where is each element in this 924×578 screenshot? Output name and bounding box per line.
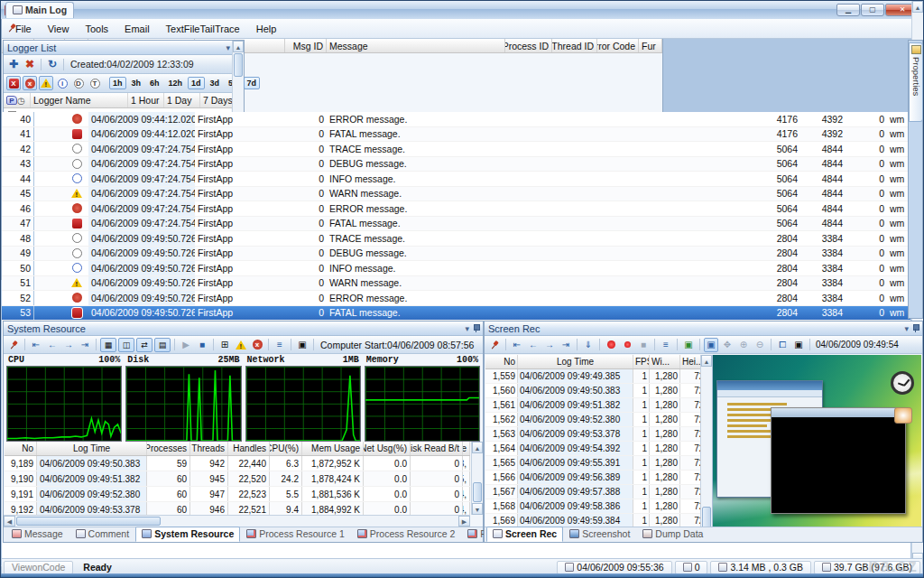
time-range-button[interactable]: 1h: [109, 77, 126, 89]
prev-frame-button[interactable]: ←: [526, 338, 541, 352]
col-no[interactable]: No: [5, 442, 37, 455]
col-no[interactable]: No: [485, 355, 518, 368]
bottom-tab[interactable]: Screenshot: [563, 527, 636, 542]
menu-item[interactable]: TextFileTailTrace: [158, 21, 248, 37]
next-frame-button[interactable]: →: [542, 338, 557, 352]
resource-row[interactable]: 9,191 04/06/2009 09:49:52.380 60 947 22,…: [5, 487, 470, 502]
bottom-tab[interactable]: Dump Data: [636, 527, 709, 542]
frame-row[interactable]: 1,561 04/06/2009 09:49:51.382 1 1,280 72…: [485, 398, 712, 413]
log-row[interactable]: 53 04/06/2009 09:49:50.726 FirstApp 0 FA…: [2, 306, 910, 322]
delete-logger-button[interactable]: ✖: [23, 57, 37, 71]
log-row[interactable]: 41 04/06/2009 09:44:12.020 FirstApp 0 FA…: [2, 127, 910, 143]
scroll-right-icon[interactable]: ▶: [458, 516, 470, 527]
frame-row[interactable]: 1,560 04/06/2009 09:49:50.383 1 1,280 72…: [485, 384, 712, 398]
warn-marker-icon[interactable]: [234, 338, 248, 352]
scroll-up-icon[interactable]: ▲: [912, 1, 923, 13]
time-range-button[interactable]: 3d: [207, 77, 224, 89]
start-monitor-button[interactable]: ▶: [179, 338, 193, 352]
policy-col-icon[interactable]: P: [6, 96, 17, 105]
col-cpu[interactable]: CPU(%): [270, 442, 302, 455]
log-tab[interactable]: Main Log: [5, 2, 74, 18]
list-icon[interactable]: ≡: [659, 338, 673, 352]
col-message[interactable]: Message: [327, 39, 505, 52]
info-filter-icon[interactable]: i: [55, 76, 69, 90]
menu-item[interactable]: Help: [248, 21, 285, 37]
zoom-in-button[interactable]: ⊕: [736, 338, 751, 352]
col-1day[interactable]: 1 Day: [164, 93, 200, 107]
screen-rec-vscrollbar[interactable]: ▲ ▼: [700, 355, 712, 541]
col-thread-id[interactable]: Thread ID: [552, 39, 597, 52]
pushpin-icon[interactable]: [487, 338, 502, 352]
stop-record-button[interactable]: ■: [636, 338, 651, 352]
bottom-tab[interactable]: Screen Rec: [486, 527, 563, 542]
col-log-time[interactable]: Log Time: [37, 442, 147, 455]
bottom-tab[interactable]: Process Resource 2: [351, 527, 462, 542]
frame-row[interactable]: 1,568 04/06/2009 09:49:58.386 1 1,280 72…: [485, 499, 712, 514]
scroll-up-icon[interactable]: ▲: [472, 442, 483, 453]
frame-row[interactable]: 1,564 04/06/2009 09:49:54.392 1 1,280 72…: [485, 442, 712, 456]
col-1hour[interactable]: 1 Hour: [128, 93, 164, 107]
fit-view-button[interactable]: ▣: [704, 338, 718, 352]
fatal-filter-icon[interactable]: X: [6, 76, 21, 90]
resource-row[interactable]: 9,190 04/06/2009 09:49:51.382 60 945 22,…: [5, 471, 470, 487]
resource-row[interactable]: 9,189 04/06/2009 09:49:50.383 59 942 22,…: [5, 456, 470, 471]
stop-monitor-button[interactable]: ■: [195, 338, 209, 352]
log-row[interactable]: 46 04/06/2009 09:47:24.754 FirstApp 0 ER…: [2, 201, 910, 217]
scroll-up-icon[interactable]: ▲: [233, 41, 244, 52]
log-row[interactable]: 52 04/06/2009 09:49:50.726 FirstApp 0 ER…: [2, 291, 910, 306]
col-width[interactable]: Wi...: [650, 355, 680, 368]
memory-monitor-toggle[interactable]: ▤: [154, 338, 171, 352]
col-fur[interactable]: Fur: [639, 39, 662, 52]
frame-row[interactable]: 1,565 04/06/2009 09:49:55.391 1 1,280 72…: [485, 456, 712, 471]
last-button[interactable]: ⇥: [78, 338, 92, 352]
col-threads[interactable]: Threads: [190, 442, 228, 455]
pin-icon[interactable]: [472, 324, 479, 332]
properties-tab[interactable]: Properties: [909, 42, 923, 122]
minimize-button[interactable]: ▁: [836, 4, 860, 16]
viewoncode-button[interactable]: ViewonCode: [4, 561, 73, 574]
save-icon[interactable]: ▣: [295, 338, 310, 352]
time-range-button[interactable]: 6h: [146, 77, 163, 89]
save-frame-button[interactable]: ▣: [791, 338, 806, 352]
resource-row[interactable]: 9,192 04/06/2009 09:49:53.378 60 946 22,…: [5, 502, 470, 515]
pan-button[interactable]: ✥: [720, 338, 735, 352]
log-row[interactable]: 51 04/06/2009 09:49:50.726 FirstApp 0 WA…: [2, 276, 910, 292]
bottom-tab[interactable]: Message: [5, 527, 69, 542]
pushpin-icon[interactable]: [6, 338, 21, 352]
error-filter-icon[interactable]: x: [23, 76, 37, 90]
add-logger-button[interactable]: ✚: [6, 57, 21, 71]
col-error-code[interactable]: Error Code: [597, 39, 639, 52]
schedule-col-icon[interactable]: ◷: [17, 96, 25, 106]
maximize-button[interactable]: ▢: [861, 4, 884, 16]
cpu-monitor-toggle[interactable]: ▦: [100, 338, 116, 352]
frame-row[interactable]: 1,566 04/06/2009 09:49:56.389 1 1,280 72…: [485, 471, 712, 485]
refresh-icon[interactable]: ↻: [45, 57, 60, 71]
network-monitor-toggle[interactable]: ⇄: [136, 338, 152, 352]
export-frames-button[interactable]: ⇓: [581, 338, 596, 352]
collapse-icon[interactable]: ▾: [901, 324, 911, 333]
log-row[interactable]: 48 04/06/2009 09:49:50.726 FirstApp 0 TR…: [2, 231, 910, 247]
sysres-hscrollbar[interactable]: ◀ ▶: [4, 515, 470, 527]
log-row[interactable]: 43 04/06/2009 09:47:24.754 FirstApp 0 DE…: [2, 157, 910, 172]
frame-row[interactable]: 1,567 04/06/2009 09:49:57.388 1 1,280 72…: [485, 485, 712, 499]
col-net-usg[interactable]: Net Usg(%): [364, 442, 411, 455]
col-mem-usage[interactable]: Mem Usage: [302, 442, 364, 455]
scroll-up-icon[interactable]: ▲: [701, 355, 712, 367]
last-frame-button[interactable]: ⇥: [559, 338, 573, 352]
col-handles[interactable]: Handles: [228, 442, 270, 455]
col-logger-name[interactable]: Logger Name: [31, 93, 128, 107]
copy-frame-button[interactable]: ⧠: [775, 338, 790, 352]
col-processes[interactable]: Processes: [147, 442, 190, 455]
col-fps[interactable]: FPS: [633, 355, 650, 368]
bottom-tab[interactable]: Comment: [69, 527, 136, 542]
record-dot-icon[interactable]: [620, 338, 634, 352]
collapse-icon[interactable]: ▾: [462, 324, 472, 333]
log-row[interactable]: 47 04/06/2009 09:47:24.754 FirstApp 0 FA…: [2, 217, 910, 232]
trace-filter-icon[interactable]: T: [88, 76, 102, 90]
time-range-button[interactable]: 7d: [244, 77, 261, 89]
record-button[interactable]: [604, 338, 618, 352]
log-row[interactable]: 40 04/06/2009 09:44:12.020 FirstApp 0 ER…: [2, 112, 910, 127]
prev-button[interactable]: ←: [45, 338, 60, 352]
debug-filter-icon[interactable]: D: [71, 76, 86, 90]
scroll-left-icon[interactable]: ◀: [4, 516, 15, 527]
